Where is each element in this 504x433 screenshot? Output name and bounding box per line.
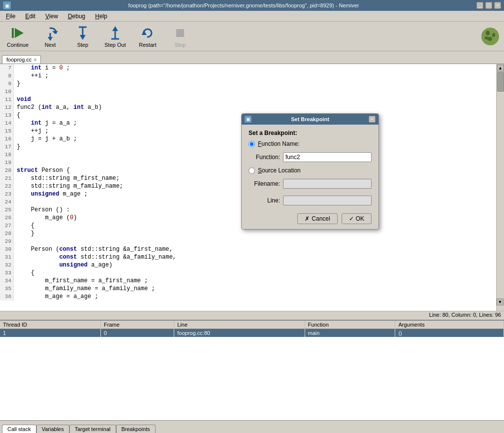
- radio-function-name-row: Function Name:: [249, 140, 372, 147]
- code-line-36: 36 m_age = a_age ;: [0, 293, 496, 300]
- radio-function-name[interactable]: [249, 141, 255, 147]
- cancel-icon: ✗: [305, 215, 310, 222]
- ok-label: OK: [356, 215, 364, 222]
- restart-button[interactable]: Restart: [132, 23, 163, 50]
- cell-thread-id: 1: [0, 329, 101, 337]
- tab-breakpoints[interactable]: Breakpoints: [116, 425, 156, 433]
- svg-marker-4: [48, 37, 53, 41]
- code-line-9: 9 }: [0, 80, 496, 88]
- svg-point-15: [492, 33, 495, 37]
- continue-icon: [10, 25, 26, 41]
- continue-label: Continue: [7, 42, 29, 48]
- call-stack-table-area: Thread ID Frame Line Function Arguments …: [0, 321, 504, 420]
- titlebar: ▣ fooprog (path="/home/jonathon/Projects…: [0, 0, 504, 11]
- continue-button[interactable]: Continue: [2, 23, 33, 50]
- code-line-32: 32 unsigned a_age): [0, 261, 496, 269]
- table-header-row: Thread ID Frame Line Function Arguments: [0, 321, 504, 329]
- svg-rect-12: [176, 29, 184, 37]
- svg-marker-2: [52, 31, 58, 34]
- tab-variables[interactable]: Variables: [36, 425, 69, 433]
- call-stack-table: Thread ID Frame Line Function Arguments …: [0, 321, 504, 337]
- filename-field-row: Filename:: [249, 179, 372, 189]
- code-line-31: 31 const std::string &a_family_name,: [0, 253, 496, 261]
- radio-source-location[interactable]: [249, 167, 255, 174]
- maximize-button[interactable]: □: [485, 2, 492, 9]
- dialog-titlebar: ▣ Set Breakpoint ×: [242, 114, 378, 125]
- stepout-icon: [107, 25, 123, 41]
- col-line: Line: [174, 321, 305, 329]
- filename-field-label: Filename:: [249, 180, 283, 187]
- dialog-close-button[interactable]: ×: [369, 116, 376, 123]
- status-text: Line: 80, Column: 0, Lines: 96: [429, 312, 501, 318]
- set-breakpoint-dialog: ▣ Set Breakpoint × Set a Breakpoint: Fun…: [241, 113, 379, 230]
- line-input[interactable]: [283, 196, 372, 205]
- function-input[interactable]: [283, 152, 372, 162]
- svg-point-13: [481, 28, 499, 45]
- svg-point-14: [486, 31, 490, 35]
- cell-line: fooprog.cc:80: [174, 329, 305, 337]
- tabbar: fooprog.cc ×: [0, 51, 504, 64]
- statusbar: Line: 80, Column: 0, Lines: 96: [0, 311, 504, 320]
- filename-input[interactable]: [283, 179, 372, 189]
- cell-frame: 0: [101, 329, 174, 337]
- code-line-30: 30 Person (const std::string &a_first_na…: [0, 245, 496, 253]
- code-line-8: 8 ++i ;: [0, 72, 496, 80]
- col-function: Function: [305, 321, 395, 329]
- svg-point-17: [485, 36, 488, 39]
- radio-function-label: Function Name:: [258, 140, 300, 147]
- table-row[interactable]: 1 0 fooprog.cc:80 main (): [0, 329, 504, 337]
- vertical-scrollbar[interactable]: ▲ ▼: [496, 64, 504, 311]
- menu-edit[interactable]: Edit: [21, 12, 39, 21]
- code-line-34: 34 m_first_name = a_first_name ;: [0, 277, 496, 285]
- stop-label: Stop: [175, 42, 186, 48]
- svg-rect-0: [12, 28, 14, 38]
- code-line-28: 28 }: [0, 230, 496, 237]
- tab-call-stack[interactable]: Call stack: [2, 425, 36, 433]
- stop-button[interactable]: Stop: [164, 23, 196, 50]
- svg-point-16: [487, 37, 492, 41]
- dialog-buttons: ✗ Cancel ✓ OK: [249, 213, 372, 224]
- code-line-33: 33 {: [0, 269, 496, 277]
- step-button[interactable]: Step: [67, 23, 98, 50]
- minimize-button[interactable]: _: [476, 2, 483, 9]
- menu-debug[interactable]: Debug: [64, 12, 89, 21]
- menu-view[interactable]: View: [41, 12, 62, 21]
- cell-arguments: (): [395, 329, 504, 337]
- bottom-panel: Thread ID Frame Line Function Arguments …: [0, 320, 504, 433]
- ok-icon: ✓: [349, 215, 354, 222]
- col-arguments: Arguments: [395, 321, 504, 329]
- stop-icon: [172, 25, 188, 41]
- svg-marker-6: [80, 35, 86, 40]
- code-line-12: 12 func2 (int a_a, int a_b): [0, 103, 496, 111]
- gnome-logo: [478, 25, 502, 48]
- cancel-label: Cancel: [312, 215, 330, 222]
- close-window-button[interactable]: ×: [494, 2, 501, 9]
- window-title: fooprog (path="/home/jonathon/Projects/n…: [11, 2, 476, 8]
- file-tab[interactable]: fooprog.cc ×: [2, 55, 41, 64]
- menu-file[interactable]: File: [2, 12, 19, 21]
- tab-close-button[interactable]: ×: [33, 57, 36, 63]
- menu-help[interactable]: Help: [91, 12, 111, 21]
- stepout-button[interactable]: Step Out: [99, 23, 131, 50]
- line-field-row: Line:: [249, 196, 372, 205]
- dialog-icon: ▣: [245, 116, 252, 123]
- ok-button[interactable]: ✓ OK: [342, 213, 372, 224]
- cancel-button[interactable]: ✗ Cancel: [297, 213, 337, 224]
- breakpoint-type-group: Function Name: Function: Source Location…: [249, 140, 372, 207]
- step-label: Step: [77, 42, 89, 48]
- col-frame: Frame: [101, 321, 174, 329]
- window-controls: _ □ ×: [476, 2, 501, 9]
- dialog-section-title: Set a Breakpoint:: [249, 130, 372, 136]
- code-line-35: 35 m_family_name = a_family_name ;: [0, 285, 496, 293]
- radio-source-label: Source Location: [258, 167, 301, 174]
- menubar: File Edit View Debug Help: [0, 11, 504, 22]
- cell-function: main: [305, 329, 395, 337]
- code-line-29: 29: [0, 237, 496, 245]
- bottom-tabbar: Call stack Variables Target terminal Bre…: [0, 420, 504, 433]
- svg-marker-9: [112, 26, 118, 31]
- tab-target-terminal[interactable]: Target terminal: [69, 425, 116, 433]
- function-field-row: Function:: [249, 152, 372, 162]
- next-button[interactable]: Next: [34, 23, 66, 50]
- svg-marker-1: [15, 28, 24, 38]
- app-icon: ▣: [3, 1, 11, 9]
